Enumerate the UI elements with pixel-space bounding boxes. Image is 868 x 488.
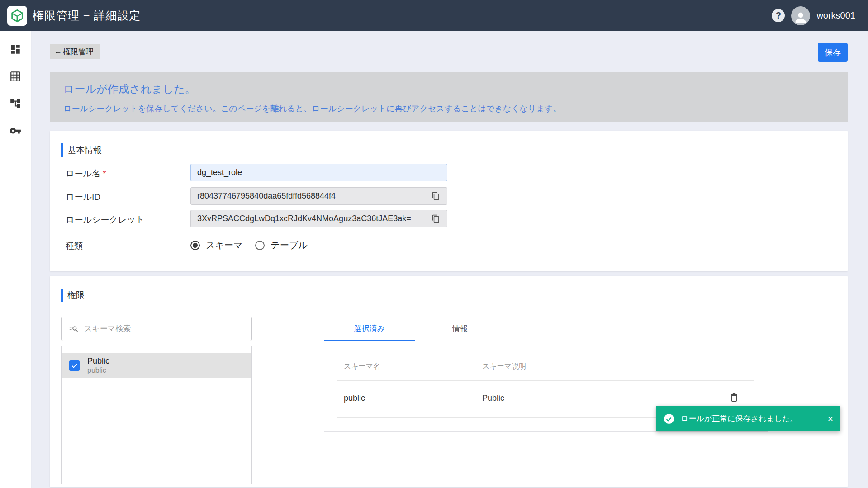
back-button[interactable]: ← 権限管理 (50, 44, 100, 59)
app-logo-icon (7, 6, 27, 26)
schema-item-texts: Public public (87, 356, 109, 375)
panel-tabs: 選択済み 情報 (324, 316, 768, 341)
success-toast: ロールが正常に保存されました。 × (656, 406, 840, 431)
alert-title: ロールが作成されました。 (63, 82, 834, 96)
radio-option-table-label: テーブル (270, 239, 307, 251)
back-button-label: 権限管理 (63, 47, 94, 57)
back-arrow-icon: ← (54, 47, 62, 56)
basic-info-card: 基本情報 ロール名* ロールID ロールシークレット 種類 スキーマ テーブル (50, 131, 848, 271)
toast-message: ロールが正常に保存されました。 (681, 413, 822, 424)
radio-unselected-icon[interactable] (255, 241, 265, 250)
copy-role-id-button[interactable] (428, 189, 443, 203)
person-icon (793, 10, 808, 25)
schema-item-id: public (87, 366, 109, 375)
table-divider (337, 380, 754, 381)
page-title: 権限管理 − 詳細設定 (33, 8, 141, 23)
schema-list: Public public (61, 346, 252, 484)
required-mark: * (103, 169, 106, 178)
schema-search-box (61, 317, 252, 341)
radio-option-schema-label: スキーマ (206, 239, 242, 251)
role-secret-input[interactable] (190, 210, 447, 227)
basic-info-section-header: 基本情報 (61, 143, 102, 157)
tab-selected[interactable]: 選択済み (324, 316, 415, 341)
avatar[interactable] (791, 6, 810, 25)
success-check-icon (663, 413, 675, 425)
topbar: 権限管理 − 詳細設定 ? works001 (0, 0, 868, 31)
table-grid-icon[interactable] (9, 70, 22, 83)
column-header-schema-description: スキーマ説明 (482, 362, 526, 371)
schema-list-item-public[interactable]: Public public (62, 353, 251, 378)
permissions-section-title: 権限 (67, 289, 85, 301)
alert-body: ロールシークレットを保存してください。このページを離れると、ロールシークレットに… (63, 103, 834, 114)
checkbox-checked-icon[interactable] (69, 360, 80, 371)
schema-tree-icon[interactable] (9, 97, 22, 110)
help-icon[interactable]: ? (772, 9, 785, 22)
search-icon (69, 324, 79, 334)
delete-row-button[interactable] (726, 390, 742, 405)
cube-logo-glyph (9, 8, 25, 24)
schema-search-input[interactable] (84, 324, 244, 333)
radio-option-table[interactable]: テーブル (255, 239, 307, 251)
table-cell-schema-description: Public (482, 393, 504, 403)
topbar-right: ? works001 (772, 6, 855, 25)
schema-item-name: Public (87, 356, 109, 366)
tab-info[interactable]: 情報 (415, 316, 505, 341)
section-accent-bar (61, 289, 63, 302)
copy-icon (432, 192, 440, 200)
type-radio-group: スキーマ テーブル (190, 239, 308, 251)
role-name-label: ロール名* (66, 168, 106, 180)
table-cell-schema-name: public (344, 393, 365, 403)
trash-icon (729, 392, 740, 403)
role-id-input[interactable] (190, 187, 447, 205)
key-icon[interactable] (9, 124, 22, 137)
role-created-alert: ロールが作成されました。 ロールシークレットを保存してください。このページを離れ… (50, 72, 848, 122)
copy-icon (432, 214, 440, 223)
permissions-card: 権限 Public public 選択済み 情報 (50, 276, 848, 487)
basic-info-section-title: 基本情報 (67, 144, 102, 156)
column-header-schema-name: スキーマ名 (344, 362, 380, 371)
save-button[interactable]: 保存 (818, 43, 848, 62)
radio-selected-icon[interactable] (190, 241, 200, 250)
role-secret-label: ロールシークレット (66, 214, 144, 226)
role-name-input[interactable] (190, 164, 447, 181)
sidebar (0, 31, 31, 488)
dashboard-icon[interactable] (9, 43, 22, 56)
role-id-label: ロールID (66, 191, 100, 203)
toast-close-button[interactable]: × (828, 414, 833, 423)
copy-role-secret-button[interactable] (428, 212, 443, 226)
username-label: works001 (816, 10, 855, 21)
section-accent-bar (61, 143, 63, 157)
radio-option-schema[interactable]: スキーマ (190, 239, 242, 251)
type-label: 種類 (66, 240, 83, 252)
permissions-section-header: 権限 (61, 289, 85, 302)
